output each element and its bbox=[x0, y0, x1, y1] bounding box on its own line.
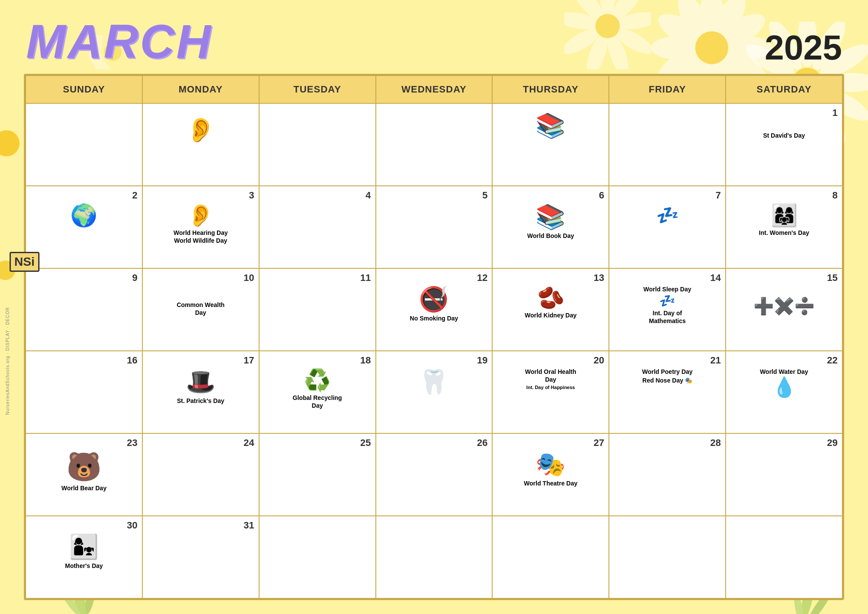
cell-w1-mon: 3👂World Hearing DayWorld Wildlife Day bbox=[142, 186, 259, 268]
cell-w1-thu: 6📚World Book Day bbox=[492, 186, 609, 268]
cell-w0-thu: 📚 bbox=[492, 103, 609, 186]
cell-w3-tue: 18♻️Global RecyclingDay bbox=[259, 351, 376, 433]
cell-w5-sat bbox=[726, 516, 842, 598]
header: MARCH 2025 bbox=[0, 0, 868, 69]
col-sunday: SUNDAY bbox=[26, 76, 142, 103]
week-row-5: 30👩‍👧Mother's Day31 bbox=[26, 516, 842, 598]
cell-w5-thu bbox=[492, 516, 609, 598]
cell-w2-fri: 14World Sleep Day💤Int. Day ofMathematics bbox=[609, 268, 726, 351]
cell-w1-sat: 8👩‍👩‍👧Int. Women's Day bbox=[726, 186, 842, 268]
cell-w3-sat: 22World Water Day💧 bbox=[726, 351, 842, 433]
cell-w4-sat: 29 bbox=[726, 433, 842, 516]
col-tuesday: TUESDAY bbox=[259, 76, 376, 103]
cell-w1-fri: 7💤 bbox=[609, 186, 726, 268]
cell-w3-mon: 17🎩St. Patrick's Day bbox=[142, 351, 259, 433]
calendar: SUNDAY MONDAY TUESDAY WEDNESDAY THURSDAY… bbox=[24, 74, 844, 600]
cell-w4-mon: 24 bbox=[142, 433, 259, 516]
cell-w4-tue: 25 bbox=[259, 433, 376, 516]
cell-w4-fri: 28 bbox=[609, 433, 726, 516]
col-saturday: SATURDAY bbox=[726, 76, 842, 103]
cell-w2-sat: 15➕✖️➗ bbox=[726, 268, 842, 351]
week-row-1: 2🌍3👂World Hearing DayWorld Wildlife Day4… bbox=[26, 186, 842, 268]
cell-w5-fri bbox=[609, 516, 726, 598]
week-row-0: 👂📚1St David's Day bbox=[26, 103, 842, 186]
month-title: MARCH bbox=[26, 17, 212, 65]
cell-w3-fri: 21World Poetry DayRed Nose Day 🎭 bbox=[609, 351, 726, 433]
cell-w1-wed: 5 bbox=[376, 186, 493, 268]
cell-w0-fri bbox=[609, 103, 726, 186]
cell-w1-tue: 4 bbox=[259, 186, 376, 268]
cell-w4-thu: 27🎭World Theatre Day bbox=[492, 433, 609, 516]
cell-w5-sun: 30👩‍👧Mother's Day bbox=[26, 516, 142, 598]
cell-w4-wed: 26 bbox=[376, 433, 493, 516]
col-friday: FRIDAY bbox=[609, 76, 726, 103]
col-wednesday: WEDNESDAY bbox=[376, 76, 493, 103]
cell-w2-mon: 10Common WealthDay bbox=[142, 268, 259, 351]
days-header-row: SUNDAY MONDAY TUESDAY WEDNESDAY THURSDAY… bbox=[26, 76, 842, 103]
cell-w4-sun: 23🐻World Bear Day bbox=[26, 433, 142, 516]
calendar-table: SUNDAY MONDAY TUESDAY WEDNESDAY THURSDAY… bbox=[25, 75, 843, 599]
cell-w0-wed bbox=[376, 103, 493, 186]
week-row-4: 23🐻World Bear Day24252627🎭World Theatre … bbox=[26, 433, 842, 516]
year-title: 2025 bbox=[765, 30, 842, 65]
cell-w3-sun: 16 bbox=[26, 351, 142, 433]
cell-w0-mon: 👂 bbox=[142, 103, 259, 186]
cell-w0-sat: 1St David's Day bbox=[726, 103, 842, 186]
cell-w2-sun: 9 bbox=[26, 268, 142, 351]
cell-w5-wed bbox=[376, 516, 493, 598]
cell-w3-wed: 19🦷 bbox=[376, 351, 493, 433]
cell-w0-tue bbox=[259, 103, 376, 186]
col-monday: MONDAY bbox=[142, 76, 259, 103]
cell-w2-tue: 11 bbox=[259, 268, 376, 351]
col-thursday: THURSDAY bbox=[492, 76, 609, 103]
cell-w2-thu: 13🫘World Kidney Day bbox=[492, 268, 609, 351]
cell-w3-thu: 20World Oral HealthDayInt. Day of Happin… bbox=[492, 351, 609, 433]
nsi-logo: NSi bbox=[10, 252, 39, 272]
week-row-3: 1617🎩St. Patrick's Day18♻️Global Recycli… bbox=[26, 351, 842, 433]
cell-w5-mon: 31 bbox=[142, 516, 259, 598]
cell-w5-tue bbox=[259, 516, 376, 598]
sidebar-logo: NurseriesAndSchools.org · DISPLAY · DECO… bbox=[5, 307, 10, 415]
week-row-2: 910Common WealthDay1112🚭No Smoking Day13… bbox=[26, 268, 842, 351]
cell-w2-wed: 12🚭No Smoking Day bbox=[376, 268, 493, 351]
cell-w1-sun: 2🌍 bbox=[26, 186, 142, 268]
cell-w0-sun bbox=[26, 103, 142, 186]
